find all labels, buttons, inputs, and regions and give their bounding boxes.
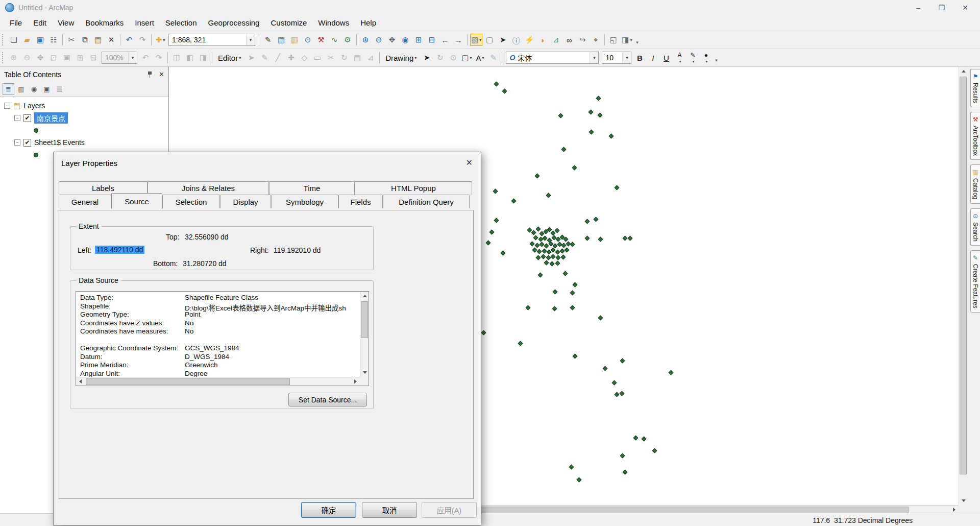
- toc-root-row[interactable]: − ▤ Layers: [0, 100, 168, 112]
- dock-tab-catalog[interactable]: ▥Catalog: [970, 164, 980, 203]
- font-size-combo[interactable]: 10▾: [602, 52, 631, 64]
- new-document-icon[interactable]: ❏: [8, 34, 20, 46]
- tab-display[interactable]: Display: [220, 195, 271, 208]
- point-symbol-icon[interactable]: [34, 153, 38, 157]
- cut-icon[interactable]: ✂: [65, 34, 78, 46]
- list-by-source-icon[interactable]: ▥: [15, 83, 27, 95]
- identify-icon[interactable]: ⓘ: [510, 34, 522, 46]
- point-symbol-icon[interactable]: [34, 128, 38, 133]
- ok-button[interactable]: 确定: [301, 502, 356, 518]
- close-button[interactable]: ✕: [953, 1, 977, 14]
- full-extent-icon[interactable]: ◉: [399, 34, 411, 46]
- chevron-down-icon[interactable]: ▾: [590, 52, 598, 63]
- draw-zoom-icon[interactable]: ⊙: [447, 52, 459, 64]
- toc-layer1-symbol-row[interactable]: [0, 124, 168, 136]
- tab-definition-query[interactable]: Definition Query: [383, 195, 470, 208]
- dialog-titlebar[interactable]: Layer Properties ✕: [54, 152, 481, 181]
- toolbar-overflow-icon[interactable]: ▾: [633, 34, 641, 46]
- undo-icon[interactable]: ↶: [123, 34, 135, 46]
- edit-attributes-icon[interactable]: ▤: [351, 52, 363, 64]
- menu-help[interactable]: Help: [355, 16, 382, 30]
- arctoolbox-window-icon[interactable]: ⚒: [315, 34, 327, 46]
- list-by-selection-icon[interactable]: ▣: [41, 83, 53, 95]
- layout-fixed-zoom-out-icon[interactable]: ⊟: [87, 52, 100, 64]
- dock-tab-results[interactable]: ⚑Results: [970, 69, 980, 107]
- zoom-out-icon[interactable]: ⊖: [373, 34, 385, 46]
- layout-zoom-in-icon[interactable]: ⊕: [8, 52, 20, 64]
- scroll-right-icon[interactable]: [950, 506, 959, 514]
- delete-icon[interactable]: ✕: [105, 34, 117, 46]
- select-features-icon[interactable]: ▧▾: [470, 34, 482, 46]
- chevron-down-icon[interactable]: ▾: [128, 52, 137, 63]
- map-vertical-scrollbar[interactable]: [959, 67, 967, 505]
- print-icon[interactable]: ☷: [47, 34, 60, 46]
- draw-text-icon[interactable]: A▾: [474, 52, 486, 64]
- select-elements-icon[interactable]: ➤: [497, 34, 509, 46]
- catalog-window-icon[interactable]: ▥: [288, 34, 301, 46]
- scroll-up-icon[interactable]: [959, 67, 967, 76]
- pan-icon[interactable]: ✥: [386, 34, 398, 46]
- menu-windows[interactable]: Windows: [312, 16, 355, 30]
- scroll-down-icon[interactable]: [360, 368, 369, 377]
- cancel-button[interactable]: 取消: [362, 502, 417, 518]
- find-route-icon[interactable]: ↪: [576, 34, 589, 46]
- chevron-down-icon[interactable]: ▾: [246, 34, 255, 45]
- italic-button[interactable]: I: [647, 52, 659, 64]
- list-by-drawing-order-icon[interactable]: ≣: [3, 83, 14, 95]
- data-source-horizontal-scrollbar[interactable]: [76, 377, 360, 386]
- tab-symbology[interactable]: Symbology: [271, 195, 338, 208]
- dock-tab-arctoolbox[interactable]: ⚒ArcToolbox: [970, 112, 980, 160]
- editor-menu[interactable]: Editor ▾: [214, 53, 244, 63]
- data-driven-pages-icon[interactable]: ◫: [170, 52, 183, 64]
- edit-vertex-icon[interactable]: ✚: [285, 52, 297, 64]
- chevron-down-icon[interactable]: ▾: [622, 52, 631, 63]
- vertical-scroll-thumb[interactable]: [960, 77, 967, 474]
- edit-trace-icon[interactable]: ◇: [298, 52, 310, 64]
- edit-rotate-icon[interactable]: ↻: [338, 52, 350, 64]
- save-icon[interactable]: ▣: [34, 34, 46, 46]
- toc-layer2-label[interactable]: Sheet1$ Events: [34, 138, 85, 147]
- tab-fields[interactable]: Fields: [338, 195, 383, 208]
- tab-html-popup[interactable]: HTML Popup: [355, 181, 472, 195]
- menu-view[interactable]: View: [52, 16, 80, 30]
- collapse-icon[interactable]: −: [14, 115, 20, 121]
- toc-window-icon[interactable]: ▤: [275, 34, 287, 46]
- toc-root-label[interactable]: Layers: [23, 102, 45, 110]
- dock-tab-search[interactable]: ⊙Search: [970, 208, 980, 246]
- edit-line-icon[interactable]: ╱: [272, 52, 284, 64]
- list-by-visibility-icon[interactable]: ◉: [28, 83, 40, 95]
- toc-close-icon[interactable]: ✕: [159, 70, 164, 78]
- font-family-combo[interactable]: O宋体▾: [506, 52, 599, 64]
- map-scale-combo[interactable]: 1:868, 321▾: [168, 34, 255, 46]
- layer1-checkbox[interactable]: ✔: [23, 114, 31, 122]
- maximize-button[interactable]: ❐: [930, 1, 953, 14]
- tab-general[interactable]: General: [59, 195, 111, 208]
- edit-sketch-properties-icon[interactable]: ⊿: [364, 52, 377, 64]
- collapse-icon[interactable]: −: [14, 139, 20, 146]
- menu-bookmarks[interactable]: Bookmarks: [80, 16, 129, 30]
- tab-joins-relates[interactable]: Joins & Relates: [148, 181, 269, 195]
- go-back-extent-icon[interactable]: ←: [439, 34, 451, 46]
- window-titlebar[interactable]: Untitled - ArcMap – ❐ ✕: [0, 0, 980, 15]
- fixed-zoom-out-icon[interactable]: ⊟: [426, 34, 438, 46]
- edit-split-icon[interactable]: ✂: [325, 52, 337, 64]
- layout-zoom-combo[interactable]: 100%▾: [102, 52, 137, 64]
- layout-zoom-whole-page-icon[interactable]: ⊡: [47, 52, 60, 64]
- viewer-window-icon[interactable]: ◱: [607, 34, 620, 46]
- find-icon[interactable]: ∞: [563, 34, 575, 46]
- toc-layer1-row[interactable]: − ✔ 南京景点: [0, 112, 168, 124]
- toc-layer1-label[interactable]: 南京景点: [34, 112, 68, 124]
- bold-button[interactable]: B: [633, 52, 646, 64]
- tab-source[interactable]: Source: [111, 193, 162, 209]
- menu-customize[interactable]: Customize: [265, 16, 312, 30]
- extent-left-value[interactable]: 118.492110 dd: [95, 246, 144, 254]
- toolbar-grip[interactable]: [2, 52, 5, 63]
- set-data-source-button[interactable]: Set Data Source...: [288, 393, 367, 407]
- toolbar-grip[interactable]: [2, 34, 5, 45]
- horizontal-scroll-thumb[interactable]: [86, 378, 290, 385]
- copy-icon[interactable]: ⧉: [79, 34, 91, 46]
- dialog-close-icon[interactable]: ✕: [466, 158, 473, 168]
- editor-toolbar-icon[interactable]: ✎: [262, 34, 274, 46]
- scroll-right-icon[interactable]: [351, 377, 360, 386]
- draw-shape-icon[interactable]: ▢▾: [460, 52, 473, 64]
